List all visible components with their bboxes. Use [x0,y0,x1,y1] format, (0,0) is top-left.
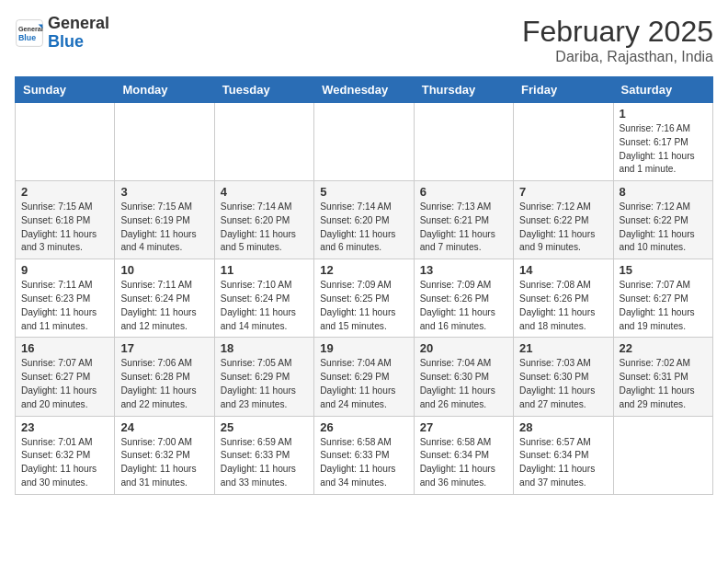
weekday-header-tuesday: Tuesday [214,77,313,103]
weekday-header-row: SundayMondayTuesdayWednesdayThursdayFrid… [16,77,713,103]
svg-text:Blue: Blue [18,33,36,42]
day-number: 19 [320,341,407,355]
calendar-cell: 24Sunrise: 7:00 AM Sunset: 6:32 PM Dayli… [115,416,214,494]
day-info: Sunrise: 7:16 AM Sunset: 6:17 PM Dayligh… [620,122,707,177]
day-info: Sunrise: 7:07 AM Sunset: 6:27 PM Dayligh… [21,357,108,411]
calendar-cell [414,103,513,181]
week-row-1: 1Sunrise: 7:16 AM Sunset: 6:17 PM Daylig… [16,103,713,181]
calendar-cell: 26Sunrise: 6:58 AM Sunset: 6:33 PM Dayli… [314,416,414,494]
calendar-cell: 13Sunrise: 7:09 AM Sunset: 6:26 PM Dayli… [414,259,513,338]
day-number: 15 [620,263,707,277]
svg-text:General: General [18,25,43,33]
calendar-cell: 5Sunrise: 7:14 AM Sunset: 6:20 PM Daylig… [314,181,414,259]
calendar-cell: 8Sunrise: 7:12 AM Sunset: 6:22 PM Daylig… [613,181,712,259]
location-title: Dariba, Rajasthan, India [522,49,713,65]
calendar-cell: 23Sunrise: 7:01 AM Sunset: 6:32 PM Dayli… [16,416,115,494]
calendar-cell: 2Sunrise: 7:15 AM Sunset: 6:18 PM Daylig… [16,181,115,259]
month-title: February 2025 [522,15,713,49]
day-info: Sunrise: 7:06 AM Sunset: 6:28 PM Dayligh… [120,357,208,411]
day-info: Sunrise: 7:15 AM Sunset: 6:19 PM Dayligh… [120,201,208,255]
day-info: Sunrise: 7:07 AM Sunset: 6:27 PM Dayligh… [620,279,707,333]
logo-blue: Blue [48,32,84,51]
day-info: Sunrise: 6:58 AM Sunset: 6:33 PM Dayligh… [320,436,407,490]
day-number: 3 [120,185,208,199]
day-info: Sunrise: 7:09 AM Sunset: 6:25 PM Dayligh… [320,279,407,333]
calendar-cell: 12Sunrise: 7:09 AM Sunset: 6:25 PM Dayli… [314,259,414,338]
calendar-cell [514,103,613,181]
day-number: 1 [620,107,707,121]
day-info: Sunrise: 7:05 AM Sunset: 6:29 PM Dayligh… [221,357,308,411]
day-info: Sunrise: 7:08 AM Sunset: 6:26 PM Dayligh… [519,279,607,333]
day-info: Sunrise: 6:58 AM Sunset: 6:34 PM Dayligh… [420,436,507,490]
logo-icon: General Blue [15,18,44,48]
calendar-cell: 3Sunrise: 7:15 AM Sunset: 6:19 PM Daylig… [115,181,214,259]
calendar-cell: 19Sunrise: 7:04 AM Sunset: 6:29 PM Dayli… [314,338,414,416]
calendar-cell: 27Sunrise: 6:58 AM Sunset: 6:34 PM Dayli… [414,416,513,494]
calendar-cell: 7Sunrise: 7:12 AM Sunset: 6:22 PM Daylig… [514,181,613,259]
week-row-2: 2Sunrise: 7:15 AM Sunset: 6:18 PM Daylig… [16,181,713,259]
calendar-cell: 17Sunrise: 7:06 AM Sunset: 6:28 PM Dayli… [115,338,214,416]
day-info: Sunrise: 7:02 AM Sunset: 6:31 PM Dayligh… [620,357,707,411]
day-info: Sunrise: 7:04 AM Sunset: 6:30 PM Dayligh… [420,357,507,411]
day-number: 16 [21,341,108,355]
calendar-cell: 16Sunrise: 7:07 AM Sunset: 6:27 PM Dayli… [16,338,115,416]
day-number: 14 [519,263,607,277]
calendar-cell [115,103,214,181]
weekday-header-monday: Monday [115,77,214,103]
calendar-cell: 20Sunrise: 7:04 AM Sunset: 6:30 PM Dayli… [414,338,513,416]
day-number: 23 [21,420,108,434]
week-row-5: 23Sunrise: 7:01 AM Sunset: 6:32 PM Dayli… [16,416,713,494]
day-number: 18 [221,341,308,355]
day-info: Sunrise: 7:09 AM Sunset: 6:26 PM Dayligh… [420,279,507,333]
week-row-4: 16Sunrise: 7:07 AM Sunset: 6:27 PM Dayli… [16,338,713,416]
day-number: 21 [519,341,607,355]
day-number: 4 [221,185,308,199]
day-number: 12 [320,263,407,277]
day-info: Sunrise: 7:03 AM Sunset: 6:30 PM Dayligh… [519,357,607,411]
weekday-header-sunday: Sunday [16,77,115,103]
day-number: 22 [620,341,707,355]
calendar-cell [613,416,712,494]
title-block: February 2025 Dariba, Rajasthan, India [522,15,713,65]
day-info: Sunrise: 7:04 AM Sunset: 6:29 PM Dayligh… [320,357,407,411]
calendar-cell [314,103,414,181]
day-info: Sunrise: 7:12 AM Sunset: 6:22 PM Dayligh… [620,201,707,255]
calendar-cell [16,103,115,181]
calendar-cell: 21Sunrise: 7:03 AM Sunset: 6:30 PM Dayli… [514,338,613,416]
day-info: Sunrise: 7:15 AM Sunset: 6:18 PM Dayligh… [21,201,108,255]
calendar-cell: 28Sunrise: 6:57 AM Sunset: 6:34 PM Dayli… [514,416,613,494]
weekday-header-friday: Friday [514,77,613,103]
calendar-cell: 18Sunrise: 7:05 AM Sunset: 6:29 PM Dayli… [214,338,313,416]
day-number: 26 [320,420,407,434]
calendar-cell: 1Sunrise: 7:16 AM Sunset: 6:17 PM Daylig… [613,103,712,181]
day-number: 20 [420,341,507,355]
day-number: 10 [120,263,208,277]
day-number: 25 [221,420,308,434]
calendar-cell: 15Sunrise: 7:07 AM Sunset: 6:27 PM Dayli… [613,259,712,338]
day-number: 8 [620,185,707,199]
day-info: Sunrise: 7:10 AM Sunset: 6:24 PM Dayligh… [221,279,308,333]
day-number: 9 [21,263,108,277]
calendar-cell: 10Sunrise: 7:11 AM Sunset: 6:24 PM Dayli… [115,259,214,338]
day-number: 13 [420,263,507,277]
calendar-cell: 4Sunrise: 7:14 AM Sunset: 6:20 PM Daylig… [214,181,313,259]
week-row-3: 9Sunrise: 7:11 AM Sunset: 6:23 PM Daylig… [16,259,713,338]
calendar-cell: 25Sunrise: 6:59 AM Sunset: 6:33 PM Dayli… [214,416,313,494]
logo-general: General [48,14,109,32]
day-info: Sunrise: 7:12 AM Sunset: 6:22 PM Dayligh… [519,201,607,255]
page-header: General Blue General Blue February 2025 … [15,15,713,65]
calendar-cell: 9Sunrise: 7:11 AM Sunset: 6:23 PM Daylig… [16,259,115,338]
day-info: Sunrise: 7:11 AM Sunset: 6:24 PM Dayligh… [120,279,208,333]
day-number: 6 [420,185,507,199]
day-info: Sunrise: 7:11 AM Sunset: 6:23 PM Dayligh… [21,279,108,333]
day-info: Sunrise: 7:00 AM Sunset: 6:32 PM Dayligh… [120,436,208,490]
logo-text: General Blue [48,15,109,52]
day-number: 2 [21,185,108,199]
day-number: 28 [519,420,607,434]
day-info: Sunrise: 7:01 AM Sunset: 6:32 PM Dayligh… [21,436,108,490]
weekday-header-saturday: Saturday [613,77,712,103]
day-number: 17 [120,341,208,355]
day-info: Sunrise: 6:59 AM Sunset: 6:33 PM Dayligh… [221,436,308,490]
calendar: SundayMondayTuesdayWednesdayThursdayFrid… [15,76,713,495]
day-number: 24 [120,420,208,434]
